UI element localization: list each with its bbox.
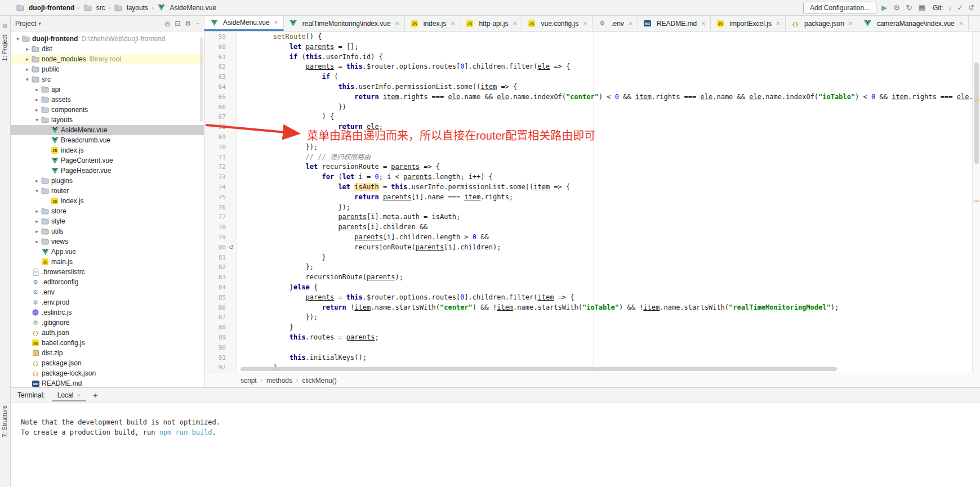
layout-icon[interactable]: ▦ bbox=[919, 4, 925, 11]
editor-body[interactable]: 59 setRoute() {60 let parents = [];61 if… bbox=[204, 32, 972, 373]
code-line[interactable]: 74 let isAuth = this.userInfo.permission… bbox=[204, 182, 972, 193]
chevron-right-icon[interactable]: ▸ bbox=[24, 66, 31, 72]
tree-item-dist[interactable]: ▸dist bbox=[11, 44, 204, 54]
tree-item--env[interactable]: ⚙.env bbox=[11, 287, 204, 297]
horizontal-scrollbar[interactable] bbox=[240, 367, 837, 371]
code-line[interactable]: 66 }) bbox=[204, 102, 972, 113]
chevron-right-icon[interactable]: ▸ bbox=[24, 46, 31, 52]
tab-http-api-js[interactable]: JShttp-api.js× bbox=[460, 16, 522, 31]
chevron-right-icon[interactable]: ▸ bbox=[33, 208, 41, 214]
code-line[interactable]: 76 }); bbox=[204, 203, 972, 213]
code-line[interactable]: 60 let parents = []; bbox=[204, 42, 972, 52]
close-tab-icon[interactable]: × bbox=[959, 20, 963, 28]
code-line[interactable]: 83 recursionRoute(parents); bbox=[204, 272, 972, 283]
chevron-right-icon[interactable]: ▸ bbox=[33, 218, 41, 224]
tree-item-asidemenu-vue[interactable]: AsideMenu.vue bbox=[11, 125, 204, 135]
chevron-down-icon[interactable]: ▾ bbox=[33, 188, 41, 194]
add-configuration-button[interactable]: Add Configuration... bbox=[803, 2, 876, 14]
close-tab-icon[interactable]: × bbox=[849, 20, 853, 28]
tree-item-utils[interactable]: ▸utils bbox=[11, 226, 204, 236]
new-terminal-button[interactable]: + bbox=[93, 391, 98, 399]
chevron-right-icon[interactable]: ▸ bbox=[33, 229, 41, 234]
terminal-output[interactable]: Note that the development build is not o… bbox=[11, 403, 980, 437]
close-tab-icon[interactable]: × bbox=[513, 20, 516, 28]
editor-breadcrumb-item[interactable]: script bbox=[240, 377, 257, 385]
code-line[interactable]: 81 } bbox=[204, 253, 972, 263]
tab--env[interactable]: ⚙.env× bbox=[593, 16, 638, 31]
code-line[interactable]: 80↺ recursionRoute(parents[i].children); bbox=[204, 243, 972, 253]
tree-item-router[interactable]: ▾router bbox=[11, 186, 204, 196]
close-terminal-tab-icon[interactable]: × bbox=[77, 392, 80, 399]
tree-item-store[interactable]: ▸store bbox=[11, 206, 204, 216]
tree-item-package-lock-json[interactable]: {}package-lock.json bbox=[11, 368, 204, 378]
close-tab-icon[interactable]: × bbox=[274, 19, 278, 26]
code-line[interactable]: 78 parents[i].children && bbox=[204, 222, 972, 233]
tab-package-json[interactable]: {}package.json× bbox=[786, 16, 858, 31]
editor-breadcrumb-item[interactable]: methods bbox=[266, 377, 292, 385]
tree-item-node-modules[interactable]: ▸node_moduleslibrary root bbox=[11, 54, 204, 64]
terminal-tab-local[interactable]: Local × bbox=[52, 389, 86, 401]
close-tab-icon[interactable]: × bbox=[629, 20, 632, 28]
code-line[interactable]: 85 parents = this.$router.options.routes… bbox=[204, 293, 972, 303]
tree-item-api[interactable]: ▸api bbox=[11, 84, 204, 95]
close-tab-icon[interactable]: × bbox=[701, 20, 705, 28]
chevron-right-icon[interactable]: ▸ bbox=[24, 56, 31, 62]
tab-realtimemonitoring-index-vue[interactable]: realTimeMonitoring\index.vue× bbox=[284, 16, 405, 31]
code-line[interactable]: 63 if ( bbox=[204, 72, 972, 82]
tree-item-babel-config-js[interactable]: JSbabel.config.js bbox=[11, 338, 204, 348]
collapse-all-icon[interactable]: ⊟ bbox=[175, 20, 180, 28]
close-tab-icon[interactable]: × bbox=[395, 20, 399, 28]
settings-icon[interactable]: ⚙ bbox=[185, 20, 191, 28]
breadcrumb-item[interactable]: duoji-frontend bbox=[15, 4, 75, 12]
tree-item--gitignore[interactable]: ⚙.gitignore bbox=[11, 318, 204, 328]
tree-item--browserslistrc[interactable]: .browserslistrc bbox=[11, 267, 204, 277]
breadcrumb-item[interactable]: src bbox=[82, 4, 106, 12]
update-icon[interactable]: ↻ bbox=[906, 4, 912, 11]
project-scrollbar[interactable] bbox=[200, 37, 203, 122]
chevron-right-icon[interactable]: ▸ bbox=[33, 178, 41, 184]
vertical-scrollbar[interactable] bbox=[972, 32, 980, 373]
tab-vue-config-js[interactable]: JSvue.config.js× bbox=[522, 16, 593, 31]
chevron-right-icon[interactable]: ▸ bbox=[33, 87, 41, 92]
locate-icon[interactable]: ◎ bbox=[164, 20, 170, 28]
tree-item-readme-md[interactable]: MDREADME.md bbox=[11, 378, 204, 387]
tree-item-components[interactable]: ▸components bbox=[11, 105, 204, 115]
tree-item-layouts[interactable]: ▾layouts bbox=[11, 115, 204, 125]
tree-item-src[interactable]: ▾src bbox=[11, 74, 204, 84]
tree-item-views[interactable]: ▸views bbox=[11, 236, 204, 247]
tab-asidemenu-vue[interactable]: AsideMenu.vue× bbox=[204, 16, 284, 31]
tree-item-style[interactable]: ▸style bbox=[11, 216, 204, 226]
tree-item-app-vue[interactable]: App.vue bbox=[11, 247, 204, 257]
code-line[interactable]: 73 for (let i = 0; i < parents.length; i… bbox=[204, 172, 972, 182]
code-line[interactable]: 79 parents[i].children.length > 0 && bbox=[204, 233, 972, 243]
code-line[interactable]: 89 this.routes = parents; bbox=[204, 333, 972, 343]
code-line[interactable]: 70 }); bbox=[204, 142, 972, 153]
code-line[interactable]: 67 ) { bbox=[204, 112, 972, 122]
rollback-icon[interactable]: ↺ bbox=[229, 243, 234, 253]
project-view-dropdown[interactable]: Project ▾ bbox=[15, 20, 41, 28]
code-line[interactable]: 82 }; bbox=[204, 262, 972, 272]
update-project-icon[interactable]: ↓ bbox=[948, 4, 952, 11]
code-line[interactable]: 64 this.userInfo.permissionList.some((it… bbox=[204, 82, 972, 92]
chevron-down-icon[interactable]: ▾ bbox=[24, 77, 31, 82]
chevron-right-icon[interactable]: ▸ bbox=[33, 239, 41, 244]
tab-importexcel-js[interactable]: JSimportExcel.js× bbox=[711, 16, 786, 31]
chevron-down-icon[interactable]: ▾ bbox=[14, 36, 21, 42]
settings-icon[interactable]: ⚙ bbox=[893, 4, 900, 11]
close-tab-icon[interactable]: × bbox=[451, 20, 455, 28]
tree-item-assets[interactable]: ▸assets bbox=[11, 95, 204, 105]
tree-item-public[interactable]: ▸public bbox=[11, 64, 204, 74]
code-line[interactable]: 86 return !item.name.startsWith("center"… bbox=[204, 303, 972, 313]
code-line[interactable]: 88 } bbox=[204, 323, 972, 333]
editor-breadcrumb-item[interactable]: clickMenu() bbox=[302, 377, 336, 385]
code-line[interactable]: 91 this.initialKeys(); bbox=[204, 353, 972, 363]
tree-item--eslintrc-js[interactable]: .eslintrc.js bbox=[11, 307, 204, 318]
tree-item-main-js[interactable]: JSmain.js bbox=[11, 257, 204, 267]
code-line[interactable]: 90 bbox=[204, 343, 972, 353]
tree-item-duoji-frontend[interactable]: ▾duoji-frontendD:\zheheWeb\duoji-fronten… bbox=[11, 34, 204, 44]
chevron-down-icon[interactable]: ▾ bbox=[33, 117, 41, 123]
code-line[interactable]: 71 // // 递归权限路由 bbox=[204, 153, 972, 163]
run-icon[interactable]: ▶ bbox=[881, 4, 887, 11]
tree-item-index-js[interactable]: JSindex.js bbox=[11, 196, 204, 206]
code-line[interactable]: 77 parents[i].meta.auth = isAuth; bbox=[204, 212, 972, 222]
